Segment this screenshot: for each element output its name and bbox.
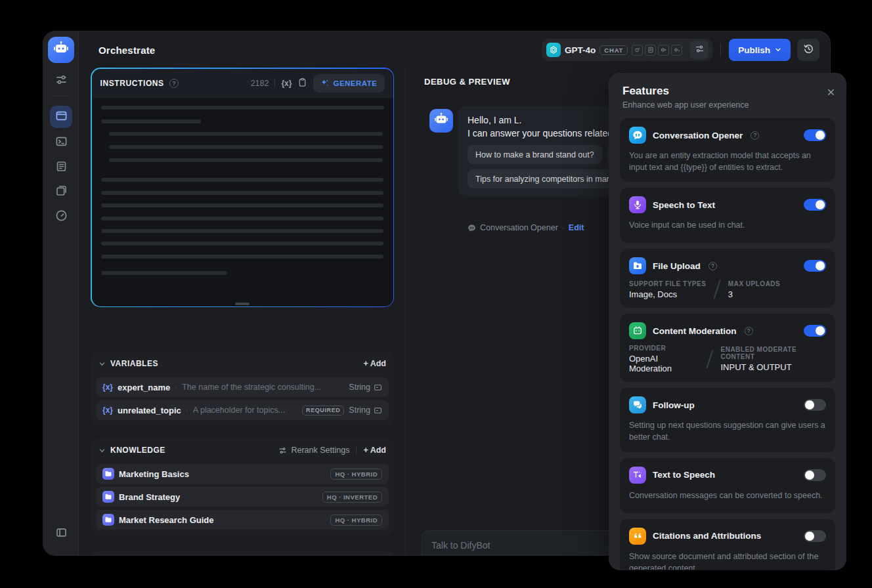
copy-prompt-button[interactable] [297, 77, 307, 89]
skeleton-text-line [101, 255, 383, 259]
skeleton-text-line [101, 229, 383, 233]
chat-quote-icon [629, 127, 646, 144]
add-knowledge-button[interactable]: + Add [363, 446, 386, 455]
variable-name: unrelated_topic [118, 406, 181, 415]
feature-toggle[interactable] [804, 129, 826, 141]
app-logo[interactable] [48, 37, 74, 63]
rerank-settings-label: Rerank Settings [291, 446, 349, 455]
dot-separator: · [175, 383, 177, 392]
divider [356, 446, 357, 455]
generate-button[interactable]: GENERATE [313, 74, 384, 93]
feature-description: Conversation messages can be converted t… [629, 490, 826, 501]
skeleton-text-line [101, 106, 384, 110]
knowledge-folder-icon [102, 491, 114, 503]
publish-button[interactable]: Publish [729, 39, 791, 61]
meta-label: PROVIDER [629, 345, 699, 352]
sidebar-item-logs[interactable] [50, 156, 72, 178]
retrieval-mode-badge: HQ · INVERTED [322, 492, 382, 503]
sidebar-item-monitoring[interactable] [50, 205, 72, 228]
topbar-controls: GPT-4o CHAT Publish [542, 39, 819, 61]
skeleton-text-line [101, 191, 383, 195]
variables-section: VARIABLES + Add {x}expert_name·The name … [91, 352, 394, 425]
knowledge-row[interactable]: Brand StrategyHQ · INVERTED [96, 487, 389, 507]
generate-label: GENERATE [333, 79, 377, 87]
document-list-icon [55, 160, 68, 175]
variables-title: VARIABLES [110, 359, 158, 368]
model-tuning-button[interactable] [50, 70, 72, 92]
feature-title: Text to Speech [653, 470, 715, 480]
vision-capability-icon [632, 45, 643, 56]
help-icon[interactable] [745, 327, 753, 335]
page-title: Orchestrate [98, 45, 155, 56]
model-parameters-button[interactable] [690, 41, 708, 59]
help-icon[interactable] [708, 262, 717, 270]
feature-description: You are an entity extraction model that … [629, 150, 826, 173]
feature-title: Citations and Attributions [653, 531, 761, 541]
sidebar-item-orchestrate[interactable] [50, 106, 72, 128]
retrieval-mode-badge: HQ · HYBRID [330, 514, 382, 526]
meta-value: Image, Docs [629, 289, 706, 299]
add-variable-button[interactable]: + Add [363, 359, 386, 368]
collapse-sidebar-button[interactable] [50, 522, 72, 545]
feature-toggle[interactable] [804, 199, 826, 211]
knowledge-row[interactable]: Market Research GuideHQ · HYBRID [96, 510, 389, 530]
bot-avatar [429, 109, 453, 133]
sparkle-icon [320, 79, 329, 87]
model-selector[interactable]: GPT-4o CHAT [542, 39, 712, 61]
variable-token-icon: {x} [102, 383, 113, 392]
divider [274, 79, 275, 88]
dot-separator: · [562, 223, 565, 232]
variable-description: A placeholder for topics... [193, 406, 297, 415]
opener-label: Conversation Opener [480, 223, 558, 232]
sliders-icon [278, 446, 287, 455]
features-panel: Features Enhance web app user experience… [609, 74, 846, 570]
chevron-down-icon [775, 45, 781, 55]
feature-toggle[interactable] [804, 325, 826, 337]
feature-title: Speech to Text [653, 200, 715, 210]
feature-toggle[interactable] [804, 399, 826, 411]
meta-label: SUPPORT FILE TYPES [629, 280, 706, 287]
features-panel-title: Features [622, 85, 833, 98]
feature-toggle[interactable] [804, 530, 826, 542]
sidebar-item-annotations[interactable] [50, 180, 72, 203]
sliders-icon [55, 74, 68, 88]
feature-description: Show source document and attributed sect… [629, 551, 826, 570]
help-icon[interactable] [169, 79, 179, 88]
rerank-settings-button[interactable]: Rerank Settings [278, 446, 349, 455]
model-name: GPT-4o [565, 45, 596, 55]
feature-card-citations: Citations and AttributionsShow source do… [620, 519, 835, 570]
help-icon[interactable] [751, 131, 759, 140]
chevron-down-icon[interactable] [98, 360, 106, 368]
suggestion-chip[interactable]: How to make a brand stand out? [468, 145, 602, 164]
input-type-icon[interactable] [374, 406, 382, 415]
vision-section: Vision RESOLUTION High Low [91, 551, 394, 555]
close-features-button[interactable] [827, 88, 835, 98]
knowledge-title: KNOWLEDGE [110, 446, 165, 455]
meta-value: 3 [728, 289, 780, 299]
mic-icon [629, 196, 646, 213]
instructions-editor[interactable] [92, 98, 393, 306]
skeleton-text-line [101, 242, 383, 245]
conversation-opener-indicator: Conversation Opener · Edit [468, 223, 584, 232]
input-type-icon[interactable] [374, 383, 382, 392]
sidebar-item-terminal[interactable] [50, 131, 72, 154]
rail-divider [54, 96, 68, 96]
chevron-down-icon[interactable] [98, 447, 106, 454]
skeleton-text-line [101, 271, 227, 275]
insert-variable-button[interactable]: {x} [281, 79, 292, 88]
edit-opener-link[interactable]: Edit [569, 223, 584, 232]
knowledge-row[interactable]: Marketing BasicsHQ · HYBRID [96, 464, 389, 484]
required-badge: REQUIRED [302, 406, 344, 415]
variable-row[interactable]: {x}unrelated_topic·A placeholder for top… [96, 400, 389, 420]
dot-separator: · [186, 406, 188, 415]
resize-handle[interactable] [235, 303, 250, 305]
version-history-button[interactable] [797, 39, 819, 61]
feature-toggle[interactable] [804, 260, 826, 272]
knowledge-name: Marketing Basics [119, 469, 189, 479]
variable-row[interactable]: {x}expert_name·The name of the strategic… [96, 377, 389, 397]
feature-toggle[interactable] [804, 469, 826, 481]
knowledge-name: Brand Strategy [119, 492, 180, 502]
variable-type: String [349, 383, 382, 392]
topbar: Orchestrate GPT-4o CHAT Publish [79, 32, 830, 68]
feature-title: Follow-up [653, 400, 695, 410]
